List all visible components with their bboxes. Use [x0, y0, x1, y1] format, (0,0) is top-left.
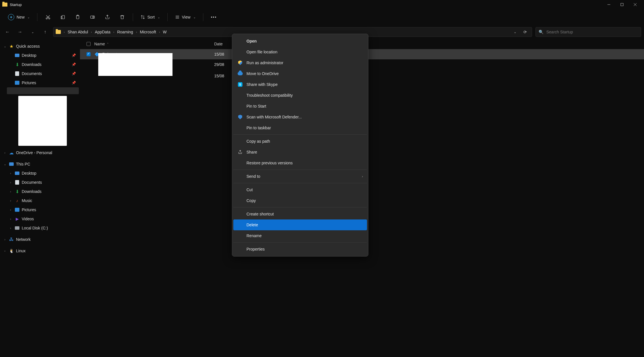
maximize-button[interactable]: [615, 0, 629, 9]
search-box[interactable]: 🔍: [535, 27, 641, 37]
chevron-right-icon: ›: [9, 190, 13, 193]
minimize-button[interactable]: [602, 0, 615, 9]
paste-button[interactable]: [72, 11, 84, 23]
breadcrumb[interactable]: Shan Abdul: [67, 29, 89, 35]
sort-label: Sort: [147, 15, 155, 19]
chevron-right-icon: ›: [362, 175, 363, 178]
divider: [203, 13, 203, 21]
recent-button[interactable]: ⌄: [28, 27, 37, 37]
search-icon: 🔍: [539, 30, 543, 34]
svg-rect-12: [91, 16, 94, 19]
select-all-checkbox[interactable]: [83, 42, 94, 46]
breadcrumb[interactable]: AppData: [94, 29, 111, 35]
ctx-pin-taskbar[interactable]: Pin to taskbar: [233, 122, 367, 133]
ctx-share-skype[interactable]: SShare with Skype: [233, 79, 367, 90]
video-icon: ▶: [14, 216, 20, 222]
ctx-restore-versions[interactable]: Restore previous versions: [233, 158, 367, 168]
ctx-run-admin[interactable]: Run as administrator: [233, 57, 367, 68]
sidebar-item-label: Downloads: [22, 62, 70, 67]
sidebar-quick-access[interactable]: ⌄ ★ Quick access: [1, 42, 79, 51]
sidebar-label: Linux: [16, 249, 77, 253]
ctx-open[interactable]: Open: [233, 36, 367, 47]
ctx-troubleshoot[interactable]: Troubleshoot compatibility: [233, 90, 367, 101]
sort-button[interactable]: Sort ⌄: [138, 11, 163, 23]
sidebar-item-downloads[interactable]: ⬇Downloads📌: [7, 60, 79, 69]
sidebar-item-pictures[interactable]: ›Pictures: [7, 205, 79, 214]
sidebar-item-pictures[interactable]: Pictures📌: [7, 78, 79, 87]
ctx-cut[interactable]: Cut: [233, 184, 367, 195]
sidebar-label: This PC: [16, 162, 77, 166]
ctx-pin-start[interactable]: Pin to Start: [233, 101, 367, 112]
sidebar-item-localdisk[interactable]: ›Local Disk (C:): [7, 223, 79, 233]
breadcrumb[interactable]: Microsoft: [139, 29, 157, 35]
sidebar-item-label: Desktop: [22, 53, 70, 58]
new-button[interactable]: + New ⌄: [5, 11, 33, 23]
breadcrumb[interactable]: Roaming: [116, 29, 134, 35]
sidebar-this-pc[interactable]: ⌄ This PC: [1, 160, 79, 169]
view-button[interactable]: View ⌄: [172, 11, 198, 23]
forward-button[interactable]: →: [15, 27, 25, 37]
ctx-properties[interactable]: Properties: [233, 244, 367, 255]
chevron-down-icon: ⌄: [158, 16, 160, 19]
column-name[interactable]: Name ˄: [94, 42, 214, 46]
row-checkbox[interactable]: [87, 52, 91, 56]
chevron-right-icon: ›: [3, 249, 7, 253]
folder-icon: [56, 30, 61, 34]
ctx-send-to[interactable]: Send to›: [233, 171, 367, 182]
sidebar: ⌄ ★ Quick access Desktop📌 ⬇Downloads📌 Do…: [0, 39, 80, 357]
sidebar-onedrive[interactable]: › ☁ OneDrive - Personal: [1, 148, 79, 157]
copy-button[interactable]: [57, 11, 69, 23]
ctx-delete[interactable]: Delete: [233, 219, 367, 230]
ctx-share[interactable]: Share: [233, 147, 367, 158]
sidebar-network[interactable]: › 🖧 Network: [1, 235, 79, 244]
ctx-rename[interactable]: Rename: [233, 230, 367, 241]
sidebar-item-documents[interactable]: Documents📌: [7, 69, 79, 78]
svg-rect-9: [61, 16, 62, 19]
breadcrumb[interactable]: W: [162, 29, 168, 35]
search-input[interactable]: [546, 30, 638, 34]
sidebar-item-documents[interactable]: ›Documents: [7, 178, 79, 187]
ctx-move-onedrive[interactable]: Move to OneDrive: [233, 68, 367, 79]
divider: [133, 13, 133, 21]
shield-icon: [237, 114, 243, 120]
ctx-create-shortcut[interactable]: Create shortcut: [233, 209, 367, 219]
ctx-scan-defender[interactable]: Scan with Microsoft Defender...: [233, 112, 367, 122]
sidebar-item-desktop[interactable]: ›Desktop: [7, 169, 79, 178]
shield-icon: [237, 60, 243, 66]
ctx-copy[interactable]: Copy: [233, 195, 367, 206]
chevron-right-icon: ›: [9, 181, 13, 184]
sidebar-item-label: Desktop: [22, 171, 77, 176]
sidebar-item-label: Pictures: [22, 207, 77, 212]
sidebar-item-unknown[interactable]: [7, 87, 79, 94]
history-dropdown-button[interactable]: ⌄: [511, 28, 519, 36]
rename-button[interactable]: [87, 11, 99, 23]
sidebar-item-downloads[interactable]: ›⬇Downloads: [7, 187, 79, 196]
refresh-button[interactable]: ⟳: [521, 28, 529, 36]
sidebar-item-videos[interactable]: ›▶Videos: [7, 214, 79, 223]
sidebar-item-music[interactable]: ›♪Music: [7, 196, 79, 205]
column-label: Name: [94, 42, 105, 46]
up-button[interactable]: ↑: [41, 27, 50, 37]
separator: [233, 183, 367, 183]
sidebar-label: Quick access: [16, 44, 77, 49]
sort-asc-icon: ˄: [107, 43, 109, 46]
ctx-copy-path[interactable]: Copy as path: [233, 136, 367, 147]
ctx-open-file-location[interactable]: Open file location: [233, 47, 367, 57]
chevron-right-icon: ›: [9, 226, 13, 230]
context-menu: Open Open file location Run as administr…: [232, 34, 368, 257]
sidebar-linux[interactable]: › 🐧 Linux: [1, 246, 79, 255]
pin-icon: 📌: [72, 62, 76, 66]
share-button[interactable]: [101, 11, 113, 23]
close-button[interactable]: [629, 0, 642, 9]
cut-button[interactable]: [42, 11, 54, 23]
separator: [233, 170, 367, 170]
share-icon: [237, 149, 243, 155]
sidebar-item-desktop[interactable]: Desktop📌: [7, 51, 79, 60]
more-button[interactable]: •••: [208, 11, 220, 23]
delete-button[interactable]: [116, 11, 128, 23]
sidebar-item-label: Documents: [22, 71, 70, 76]
network-icon: 🖧: [9, 237, 14, 242]
back-button[interactable]: ←: [3, 27, 12, 37]
plus-icon: +: [8, 14, 14, 20]
file-image-placeholder: [98, 53, 172, 76]
